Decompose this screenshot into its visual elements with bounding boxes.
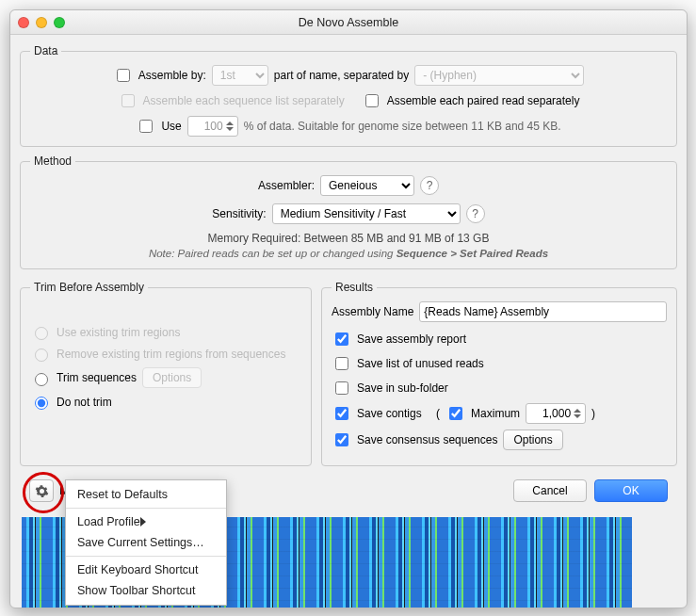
maximum-label: Maximum [471, 407, 520, 420]
close-icon[interactable] [18, 17, 29, 28]
use-checkbox[interactable] [139, 120, 153, 133]
chevron-right-icon [140, 517, 215, 527]
use-percent-stepper[interactable]: 100 [187, 116, 238, 137]
method-legend: Method [30, 154, 75, 168]
trim-sequences-label: Trim sequences [57, 371, 137, 384]
save-report-label: Save assembly report [357, 332, 466, 346]
menu-edit-keyboard-shortcut[interactable]: Edit Keyboard Shortcut [66, 559, 226, 580]
trim-legend: Trim Before Assembly [30, 281, 148, 294]
save-report-checkbox[interactable] [335, 332, 348, 346]
assembly-name-label: Assembly Name [332, 305, 413, 318]
assembler-help-icon[interactable]: ? [420, 176, 439, 195]
assemble-each-seq-checkbox [121, 94, 135, 107]
separator-select[interactable]: - (Hyphen) [414, 65, 584, 86]
trim-existing-label: Use existing trim regions [57, 326, 180, 339]
assemble-by-suffix: part of name, separated by [274, 69, 409, 82]
save-consensus-checkbox[interactable] [335, 433, 348, 446]
cancel-button[interactable]: Cancel [513, 479, 587, 502]
memory-required-text: Memory Required: Between 85 MB and 91 MB… [30, 232, 667, 245]
save-subfolder-label: Save in sub-folder [357, 381, 448, 395]
save-contigs-checkbox[interactable] [335, 407, 348, 420]
use-suffix: % of data. Suitable for genome size betw… [244, 120, 561, 133]
trim-remove-label: Remove existing trim regions from sequen… [57, 348, 285, 361]
sensitivity-label: Sensitivity: [212, 207, 266, 220]
trim-section: Trim Before Assembly Use existing trim r… [20, 281, 312, 466]
results-section: Results Assembly Name Save assembly repo… [321, 281, 677, 466]
data-legend: Data [30, 44, 61, 57]
save-unused-label: Save list of unused reads [357, 357, 484, 370]
assembly-name-input[interactable] [419, 301, 667, 322]
save-consensus-label: Save consensus sequences [357, 433, 497, 446]
save-subfolder-checkbox[interactable] [335, 381, 348, 395]
assemble-each-seq-label: Assemble each sequence list separately [143, 94, 345, 107]
sensitivity-help-icon[interactable]: ? [466, 204, 485, 223]
use-label: Use [161, 120, 181, 133]
assemble-each-paired-label: Assemble each paired read separately [387, 94, 580, 107]
minimize-icon[interactable] [36, 17, 47, 28]
window-title: De Novo Assemble [10, 16, 687, 29]
trim-sequences-radio[interactable] [35, 373, 48, 386]
assemble-by-label: Assemble by: [138, 69, 206, 82]
save-unused-checkbox[interactable] [335, 357, 348, 370]
menu-reset-defaults[interactable]: Reset to Defaults [66, 484, 226, 505]
consensus-options-button[interactable]: Options [503, 430, 562, 450]
do-not-trim-radio[interactable] [35, 397, 48, 410]
method-section: Method Assembler: Geneious ? Sensitivity… [20, 154, 677, 269]
maximum-stepper[interactable]: 1,000 [526, 403, 586, 424]
assemble-by-checkbox[interactable] [117, 69, 130, 82]
trim-existing-radio [35, 327, 48, 340]
data-section: Data Assemble by: 1st part of name, sepa… [20, 44, 677, 147]
zoom-icon[interactable] [54, 17, 65, 28]
save-contigs-label: Save contigs [357, 407, 422, 420]
maximum-checkbox[interactable] [449, 407, 462, 420]
dialog-window: De Novo Assemble Data Assemble by: 1st p… [9, 9, 688, 608]
trim-remove-radio [35, 349, 48, 362]
sensitivity-select[interactable]: Medium Sensitivity / Fast [272, 203, 461, 224]
gear-menu: Reset to Defaults Load Profile Save Curr… [65, 479, 227, 606]
gear-button[interactable] [29, 479, 54, 502]
do-not-trim-label: Do not trim [57, 396, 112, 409]
results-legend: Results [332, 281, 377, 294]
paired-reads-note: Note: Paired reads can be set up or chan… [30, 248, 667, 259]
assembler-label: Assembler: [258, 179, 315, 192]
ok-button[interactable]: OK [594, 479, 668, 502]
assemble-by-select[interactable]: 1st [212, 65, 268, 86]
trim-options-button: Options [142, 367, 202, 388]
assembler-select[interactable]: Geneious [320, 175, 414, 196]
assemble-each-paired-checkbox[interactable] [365, 94, 379, 107]
menu-show-toolbar-shortcut[interactable]: Show Toolbar Shortcut [66, 580, 226, 601]
menu-save-settings[interactable]: Save Current Settings… [66, 532, 226, 553]
menu-load-profile[interactable]: Load Profile [66, 511, 226, 532]
titlebar: De Novo Assemble [10, 10, 687, 35]
gear-icon [35, 484, 49, 498]
